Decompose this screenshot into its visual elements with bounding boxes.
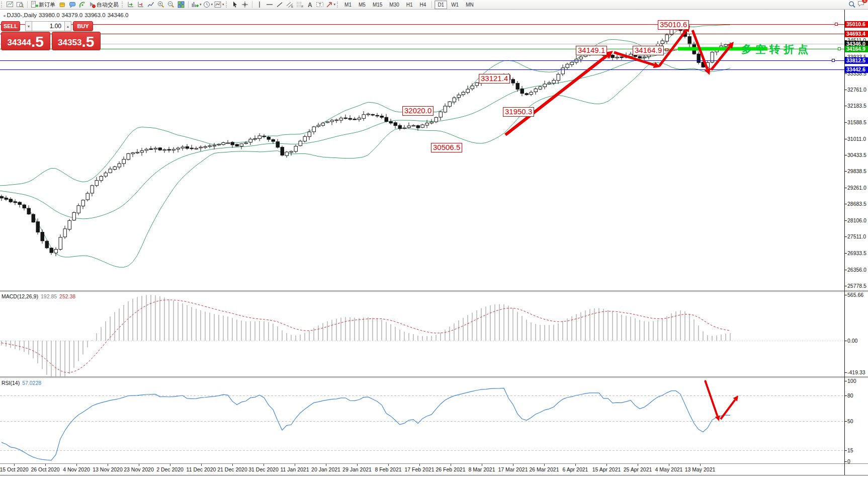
zoom-out-button[interactable]: [166, 1, 176, 9]
rsi-label: RSI(14)57.0228: [2, 380, 41, 386]
timeframe-m5-button[interactable]: M5: [356, 1, 369, 9]
macd-main-value: 192.85: [41, 293, 57, 299]
macd-label: MACD(12,26,9)192.85252.38: [2, 293, 75, 299]
line-chart-button[interactable]: [146, 1, 156, 9]
trendline-button[interactable]: [275, 1, 285, 9]
collapse-arrow-icon[interactable]: ◂: [3, 13, 6, 18]
periods-button[interactable]: ▾: [202, 1, 214, 9]
title-open: 33980.0: [39, 12, 60, 18]
timeframe-m30-button[interactable]: M30: [386, 1, 402, 9]
history-center-button[interactable]: [57, 1, 67, 9]
dropdown-caret-icon: ▾: [200, 3, 202, 7]
fibonacci-button[interactable]: F: [295, 1, 305, 9]
price-annotation-label[interactable]: 31950.3: [503, 107, 534, 117]
signals-button[interactable]: [77, 1, 88, 9]
timeframe-w1-button[interactable]: W1: [448, 1, 462, 9]
crosshair-button[interactable]: [240, 1, 250, 9]
new-chart-button[interactable]: ▾: [191, 1, 202, 9]
volume-input[interactable]: 1.00: [32, 21, 64, 31]
vertical-line-button[interactable]: [254, 1, 265, 9]
toolbar-separator: [1, 2, 4, 8]
autotrade-button[interactable]: 自动交易: [88, 1, 121, 9]
autoscroll-button[interactable]: [126, 1, 136, 9]
rsi-value: 57.0228: [22, 380, 41, 386]
sell-price-main: 34344: [8, 36, 31, 49]
volume-increase-button[interactable]: ▲: [64, 21, 71, 31]
toolbar-separator: [122, 2, 124, 8]
macd-signal-value: 252.38: [59, 293, 75, 299]
notification-badge: 1: [862, 0, 867, 3]
dropdown-caret-icon: ▾: [211, 3, 213, 7]
sell-price-fraction: .5: [31, 34, 44, 49]
one-click-trade-panel: SELL ▼ 1.00 ▲ BUY 34344.5 34353.5: [1, 21, 101, 50]
buy-price[interactable]: 34353.5: [52, 32, 101, 50]
price-annotation-label[interactable]: 34164.9: [633, 46, 664, 55]
search-button[interactable]: [847, 1, 857, 9]
title-high: 34379.0: [62, 12, 83, 18]
toolbar-separator: [226, 2, 228, 8]
timeframe-h4-button[interactable]: H4: [417, 1, 429, 9]
dropdown-caret-icon: ▾: [334, 3, 336, 7]
timeframe-h1-button[interactable]: H1: [403, 1, 416, 9]
new-order-button[interactable]: 新订单: [30, 1, 57, 9]
toolbar-separator: [27, 1, 28, 8]
svg-text:T: T: [318, 2, 321, 7]
timeframe-m1-button[interactable]: M1: [341, 1, 355, 9]
templates-button[interactable]: ▾: [213, 1, 225, 9]
cursor-button[interactable]: [230, 1, 240, 9]
text-button[interactable]: A: [305, 1, 315, 9]
title-symbol: DJ30-,Daily: [7, 12, 37, 18]
chart-window-button[interactable]: [5, 1, 15, 9]
sell-price[interactable]: 34344.5: [1, 32, 50, 50]
price-annotation-label[interactable]: 30506.5: [431, 143, 462, 152]
dropdown-caret-icon: ▾: [222, 3, 224, 7]
text-label-button[interactable]: T: [315, 1, 325, 9]
toolbar-separator: [337, 2, 339, 8]
chart-title: ◂DJ30-,Daily33980.034379.033963.034346.0: [3, 12, 130, 18]
price-annotation-label[interactable]: 33121.4: [479, 74, 510, 84]
volume-decrease-button[interactable]: ▼: [25, 21, 32, 31]
toolbar-separator: [431, 1, 432, 8]
notifications-button[interactable]: 1: [857, 0, 865, 10]
sell-button[interactable]: SELL: [1, 21, 20, 31]
toolbar-separator: [188, 1, 189, 8]
horizontal-line-button[interactable]: [265, 1, 275, 9]
chart-canvas[interactable]: [0, 0, 868, 477]
chart-shift-button[interactable]: [136, 1, 146, 9]
toolbar: 新订单自动交易▾▾▾EFAT▾M1M5M15M30H1H4D1W1MN1: [0, 0, 868, 10]
zoom-in-button[interactable]: [156, 1, 166, 9]
line-anchor-handle[interactable]: [832, 59, 835, 62]
timeframe-d1-button[interactable]: D1: [435, 1, 447, 9]
macd-name: MACD(12,26,9): [2, 293, 38, 299]
title-close: 34346.0: [108, 12, 129, 18]
chart-zoom-button[interactable]: [15, 1, 25, 9]
community-button[interactable]: [67, 1, 77, 9]
line-anchor-handle[interactable]: [835, 23, 838, 26]
svg-text:F: F: [301, 5, 303, 8]
buy-price-fraction: .5: [81, 34, 94, 49]
equidistant-channel-button[interactable]: E: [285, 1, 295, 9]
toolbar-separator: [252, 1, 252, 8]
rsi-name: RSI(14): [2, 380, 20, 386]
price-annotation-label[interactable]: 35010.6: [658, 20, 689, 30]
svg-text:E: E: [291, 5, 293, 8]
svg-text:A: A: [308, 2, 312, 9]
title-low: 33963.0: [84, 12, 106, 18]
price-annotation-label[interactable]: 32020.0: [402, 106, 433, 116]
buy-button[interactable]: BUY: [73, 21, 93, 31]
timeframe-mn-button[interactable]: MN: [463, 1, 477, 9]
buy-price-main: 34353: [58, 36, 81, 49]
arrows-button[interactable]: ▾: [325, 1, 336, 9]
line-anchor-handle[interactable]: [838, 48, 841, 50]
timeframe-m15-button[interactable]: M15: [370, 1, 385, 9]
tile-windows-button[interactable]: [176, 1, 186, 9]
mt4-window: 新订单自动交易▾▾▾EFAT▾M1M5M15M30H1H4D1W1MN1 345…: [0, 0, 868, 477]
cn-annotation[interactable]: 多空转折点: [741, 42, 812, 56]
price-annotation-label[interactable]: 34149.1: [576, 46, 607, 55]
